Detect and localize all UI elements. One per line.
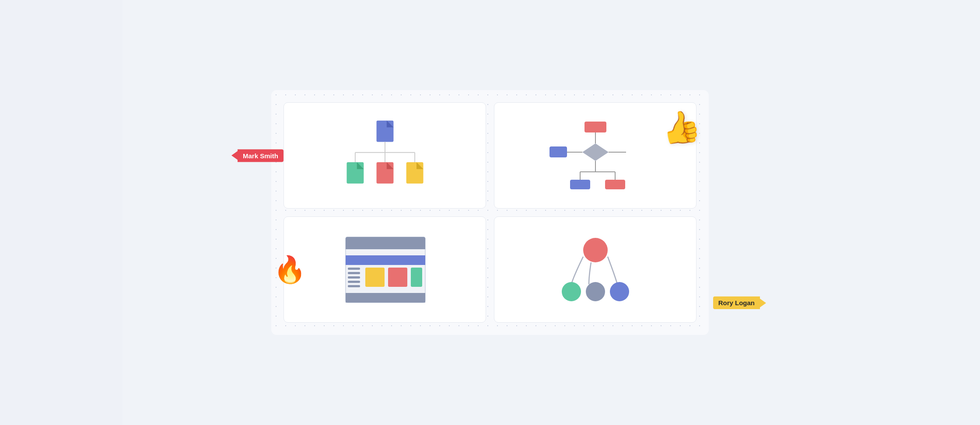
svg-rect-39 [346, 293, 425, 303]
card-tree-graph[interactable]: Rory Logan [494, 216, 696, 323]
svg-rect-11 [376, 162, 393, 184]
svg-point-40 [583, 238, 608, 262]
fire-emoji-icon: 🔥 [273, 257, 306, 283]
dashboard-svg [337, 233, 433, 307]
svg-rect-13 [406, 162, 423, 184]
svg-point-41 [562, 282, 581, 301]
svg-rect-19 [550, 146, 567, 157]
svg-point-43 [610, 282, 629, 301]
file-tree-svg [332, 116, 438, 195]
tree-graph-svg [547, 233, 644, 307]
left-sidebar [0, 0, 122, 425]
card-flowchart[interactable]: 👍 [494, 102, 696, 209]
svg-rect-32 [348, 272, 360, 274]
svg-point-42 [586, 282, 605, 301]
thumbs-up-icon: 👍 [658, 108, 703, 146]
svg-rect-9 [346, 162, 364, 184]
rory-logan-label: Rory Logan [713, 296, 760, 309]
rory-logan-badge: Rory Logan [713, 296, 766, 309]
svg-rect-30 [346, 255, 425, 265]
svg-rect-15 [584, 122, 606, 132]
svg-rect-25 [570, 180, 590, 189]
flowchart-svg [547, 119, 644, 192]
mark-smith-badge: Mark Smith [231, 149, 284, 162]
main-panel: Mark Smith [271, 90, 709, 335]
badge-arrow-left [231, 151, 238, 160]
card-file-tree[interactable]: Mark Smith [284, 102, 486, 209]
card-grid: Mark Smith [271, 90, 709, 335]
mark-smith-label: Mark Smith [238, 149, 284, 162]
svg-rect-36 [365, 268, 385, 287]
svg-rect-35 [348, 285, 360, 287]
svg-rect-34 [348, 281, 360, 283]
svg-marker-17 [582, 143, 609, 161]
svg-rect-33 [348, 276, 360, 279]
badge-arrow-right [760, 299, 766, 307]
svg-rect-31 [348, 268, 360, 270]
svg-rect-38 [411, 268, 422, 287]
svg-rect-0 [376, 120, 393, 142]
svg-rect-26 [605, 180, 625, 189]
svg-rect-29 [346, 246, 425, 249]
svg-rect-37 [388, 268, 407, 287]
card-dashboard[interactable]: 🔥 [284, 216, 486, 323]
